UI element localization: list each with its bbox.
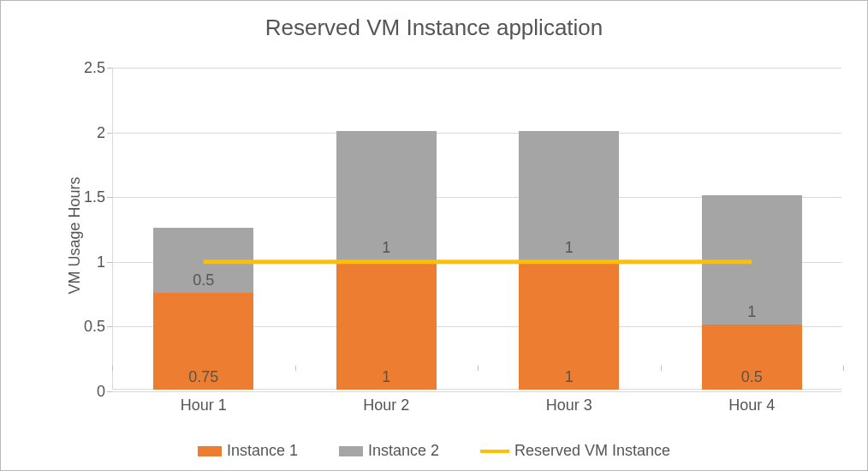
chart-container: Reserved VM Instance application VM Usag… <box>0 0 868 471</box>
bar-segment-instance2: 1 <box>519 131 619 260</box>
bar-value-label: 1 <box>519 239 619 257</box>
square-icon <box>339 446 363 456</box>
bar-value-label: 1 <box>336 239 437 257</box>
line-icon <box>480 450 509 453</box>
bar-segment-instance1: 1 <box>519 260 619 390</box>
y-tick-mark <box>107 391 112 392</box>
x-tick-label: Hour 4 <box>728 396 775 414</box>
square-icon <box>198 446 222 456</box>
plot-area: 00.511.522.5 0.750.511110.51 <box>112 68 841 390</box>
y-tick-label: 1 <box>64 253 105 271</box>
legend-item-instance2: Instance 2 <box>339 442 439 460</box>
legend-label: Reserved VM Instance <box>514 442 670 460</box>
bar-segment-instance2: 1 <box>336 131 437 260</box>
grid-line <box>112 391 841 392</box>
bars-layer: 0.750.511110.51 <box>112 68 841 390</box>
y-tick-label: 1.5 <box>64 188 105 206</box>
bar-group: 0.750.5 <box>153 66 253 390</box>
y-tick-label: 0 <box>64 383 105 401</box>
legend: Instance 1 Instance 2 Reserved VM Instan… <box>1 442 867 460</box>
x-tick-mark <box>112 366 113 371</box>
bar-value-label: 1 <box>702 303 802 321</box>
y-tick-label: 2.5 <box>64 59 105 77</box>
bar-segment-instance1: 1 <box>336 260 437 390</box>
bar-segment-instance1: 0.5 <box>702 325 802 390</box>
x-tick-mark <box>478 366 479 371</box>
x-tick-label: Hour 3 <box>546 396 592 414</box>
bar-value-label: 1 <box>519 368 619 386</box>
y-tick-label: 0.5 <box>64 318 105 336</box>
bar-value-label: 0.75 <box>153 368 253 386</box>
bar-segment-instance1: 0.75 <box>153 293 253 390</box>
bar-value-label: 1 <box>336 368 437 386</box>
x-axis-labels: Hour 1Hour 2Hour 3Hour 4 <box>112 396 841 420</box>
bar-value-label: 0.5 <box>153 271 253 289</box>
y-tick-label: 2 <box>64 123 105 141</box>
chart-title: Reserved VM Instance application <box>1 1 867 41</box>
x-tick-label: Hour 2 <box>363 396 409 414</box>
bar-value-label: 0.5 <box>702 368 802 386</box>
bar-segment-instance2: 1 <box>702 195 802 325</box>
legend-label: Instance 2 <box>368 442 439 460</box>
bar-segment-instance2: 0.5 <box>153 228 253 293</box>
x-tick-mark <box>661 366 662 371</box>
legend-label: Instance 1 <box>227 442 298 460</box>
bar-group: 11 <box>519 66 619 390</box>
x-tick-label: Hour 1 <box>181 396 227 414</box>
bar-group: 0.51 <box>702 66 802 390</box>
legend-item-instance1: Instance 1 <box>198 442 298 460</box>
bar-group: 11 <box>336 66 437 390</box>
legend-item-reserved: Reserved VM Instance <box>480 442 670 460</box>
x-tick-mark <box>843 366 844 371</box>
x-tick-mark <box>295 366 296 371</box>
